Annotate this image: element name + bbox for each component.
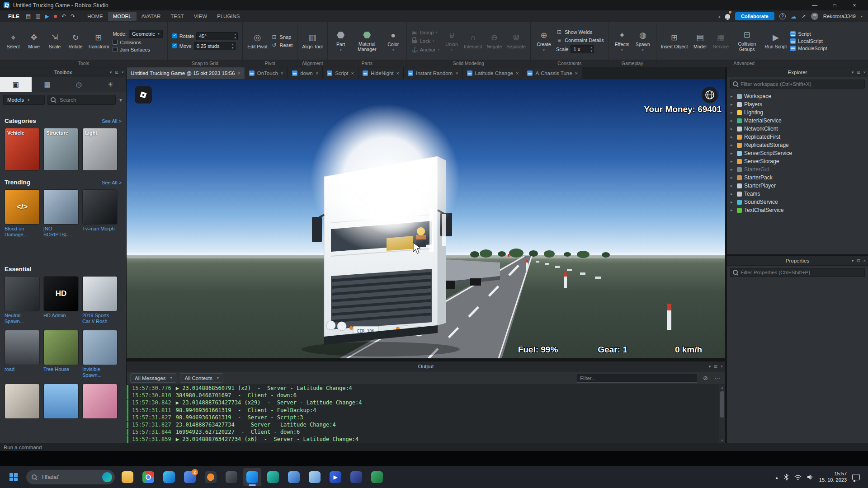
- network-icon[interactable]: [794, 474, 802, 480]
- output-close-icon[interactable]: ×: [721, 364, 723, 369]
- toolbox-card[interactable]: Invisible Spawn...: [82, 330, 118, 380]
- card-label[interactable]: [82, 420, 118, 434]
- editor-tab[interactable]: Untitled Trucking Game @ 15 okt 2023 15:…: [127, 67, 245, 79]
- menu-tab[interactable]: TEST: [165, 12, 189, 21]
- play-icon[interactable]: ▶: [45, 13, 49, 19]
- output-scrollbar[interactable]: ▲ ▼: [719, 385, 725, 443]
- collaborate-button[interactable]: Collaborate: [735, 12, 774, 20]
- collisions-checkbox[interactable]: Collisions: [113, 40, 162, 45]
- move-tool-button[interactable]: ✥Move: [24, 31, 44, 51]
- card-thumbnail[interactable]: [82, 384, 118, 419]
- taskbar-search[interactable]: [26, 470, 115, 484]
- close-tab-icon[interactable]: ×: [316, 70, 318, 76]
- taskbar-app[interactable]: [285, 468, 303, 486]
- toolbox-category-dropdown[interactable]: Models▾: [3, 95, 45, 105]
- toolbox-card[interactable]: [82, 384, 118, 434]
- card-label[interactable]: HD Admin: [43, 313, 79, 326]
- constraint-scale-input[interactable]: 1 x▲▼: [571, 45, 594, 53]
- lock-button[interactable]: Lock▾: [411, 38, 439, 45]
- taskbar-app[interactable]: [368, 468, 386, 486]
- card-label[interactable]: Neutral Spawn...: [5, 313, 40, 326]
- expand-arrow-icon[interactable]: ▸: [731, 94, 735, 99]
- scrollbar-thumb[interactable]: [720, 391, 724, 418]
- toolbox-card[interactable]: </> Blood on Damage...: [5, 189, 40, 239]
- expand-arrow-icon[interactable]: ▸: [731, 143, 735, 147]
- explorer-filter-input[interactable]: [730, 80, 865, 89]
- expand-arrow-icon[interactable]: ▸: [731, 135, 735, 139]
- explorer-tree-item[interactable]: ▸ MaterialService: [727, 117, 868, 125]
- username[interactable]: Rekotora3349: [823, 14, 856, 19]
- effects-button[interactable]: ✦Effects▾: [612, 28, 632, 54]
- editor-tab[interactable]: Latitude Change ×: [463, 67, 524, 79]
- card-thumbnail[interactable]: [5, 384, 40, 419]
- expand-arrow-icon[interactable]: ▸: [731, 208, 735, 212]
- roblox-logo-button[interactable]: [135, 86, 152, 103]
- expand-arrow-icon[interactable]: ▸: [731, 183, 735, 188]
- editor-tab[interactable]: down ×: [288, 67, 323, 79]
- toolbox-card[interactable]: Vehicle: [5, 128, 40, 171]
- edit-pivot-button[interactable]: ◎Edit Pivot: [246, 31, 269, 51]
- card-label[interactable]: Invisible Spawn...: [82, 366, 118, 380]
- toolbox-tab-recent[interactable]: ◷: [63, 77, 95, 92]
- menu-tab[interactable]: MODEL: [108, 12, 137, 21]
- properties-filter-input[interactable]: [730, 268, 865, 277]
- close-tab-icon[interactable]: ×: [281, 70, 283, 76]
- negate-button[interactable]: ⊖Negate: [484, 31, 504, 51]
- 3d-viewport[interactable]: EER 18K Your Money: 69401 Fuel: 99% Gear: [127, 79, 725, 358]
- explorer-tree-item[interactable]: ▸ StarterPlayer: [727, 182, 868, 190]
- menu-tab[interactable]: PLUGINS: [212, 12, 245, 21]
- card-label[interactable]: Blood on Damage...: [5, 226, 40, 239]
- undo-icon[interactable]: ↶: [61, 13, 66, 19]
- menu-tab[interactable]: VIEW: [189, 12, 212, 21]
- explorer-tree-item[interactable]: ▸ StarterGui: [727, 165, 868, 174]
- output-collapse-icon[interactable]: ▾: [709, 364, 711, 369]
- help-icon[interactable]: ?: [779, 13, 786, 19]
- card-label[interactable]: Tree House: [43, 366, 79, 380]
- explorer-tree-item[interactable]: ▸ ReplicatedStorage: [727, 141, 868, 149]
- editor-tab[interactable]: OnTouch ×: [245, 67, 288, 79]
- explorer-tree-item[interactable]: ▸ ReplicatedFirst: [727, 133, 868, 141]
- align-tool-button[interactable]: ▥Align Tool: [301, 31, 324, 51]
- toolbox-card[interactable]: Structure: [43, 128, 79, 171]
- local-script-button[interactable]: LocalScript: [790, 38, 827, 44]
- toolbox-card[interactable]: Tv-man Morph: [82, 189, 118, 239]
- menu-tab[interactable]: AVATAR: [137, 12, 166, 21]
- join-surfaces-checkbox[interactable]: Join Surfaces: [113, 47, 162, 52]
- explorer-close-icon[interactable]: ×: [863, 70, 866, 75]
- snap-rotate-input[interactable]: 45°▲▼: [196, 32, 238, 40]
- card-label[interactable]: road: [5, 366, 40, 380]
- explorer-tree-item[interactable]: ▸ NetworkClient: [727, 125, 868, 133]
- output-menu-icon[interactable]: ⋯: [713, 375, 722, 381]
- close-tab-icon[interactable]: ×: [237, 70, 240, 76]
- user-menu-caret-icon[interactable]: ▾: [861, 14, 863, 19]
- collision-groups-button[interactable]: ⊟Collision Groups: [731, 28, 762, 54]
- expand-arrow-icon[interactable]: ▸: [731, 192, 735, 196]
- anchor-button[interactable]: ⚓Anchor▾: [411, 47, 439, 53]
- run-script-button[interactable]: ▶Run Script: [763, 31, 788, 51]
- save-icon[interactable]: ▤: [26, 13, 31, 19]
- toolbox-pin-icon[interactable]: ⊡: [115, 70, 118, 75]
- card-thumbnail[interactable]: [5, 330, 40, 365]
- toolbox-tab-creations[interactable]: ☀: [94, 77, 126, 92]
- group-button[interactable]: ▣Group▾: [411, 29, 439, 36]
- properties-collapse-icon[interactable]: ▾: [852, 258, 854, 263]
- redo-icon[interactable]: ↷: [71, 13, 75, 19]
- constraint-details-button[interactable]: ≡Constraint Details: [556, 37, 604, 43]
- toolbox-filter-icon[interactable]: ▼: [118, 98, 123, 103]
- card-label[interactable]: 2019 Sports Car // Rosh: [82, 313, 118, 326]
- material-manager-button[interactable]: Material Manager: [352, 28, 382, 54]
- toolbox-search-input[interactable]: [59, 97, 113, 103]
- editor-tab[interactable]: HideNight ×: [359, 67, 404, 79]
- bluetooth-icon[interactable]: [783, 474, 789, 481]
- cloud-sync-icon[interactable]: ☁: [791, 13, 797, 20]
- separate-button[interactable]: ⋓Separate: [505, 31, 527, 51]
- output-filter-input[interactable]: [576, 374, 698, 383]
- snap-move-input[interactable]: 0.25 studs▲▼: [194, 42, 236, 50]
- toolbox-card[interactable]: Tree House: [43, 330, 79, 380]
- expand-arrow-icon[interactable]: ▸: [731, 200, 735, 204]
- toolbox-card[interactable]: [43, 384, 79, 434]
- explorer-tree-item[interactable]: ▸ TextChatService: [727, 206, 868, 214]
- toolbox-card[interactable]: HD HD Admin: [43, 276, 79, 326]
- taskbar-app[interactable]: [118, 468, 137, 486]
- explorer-pin-icon[interactable]: ⊡: [857, 70, 860, 75]
